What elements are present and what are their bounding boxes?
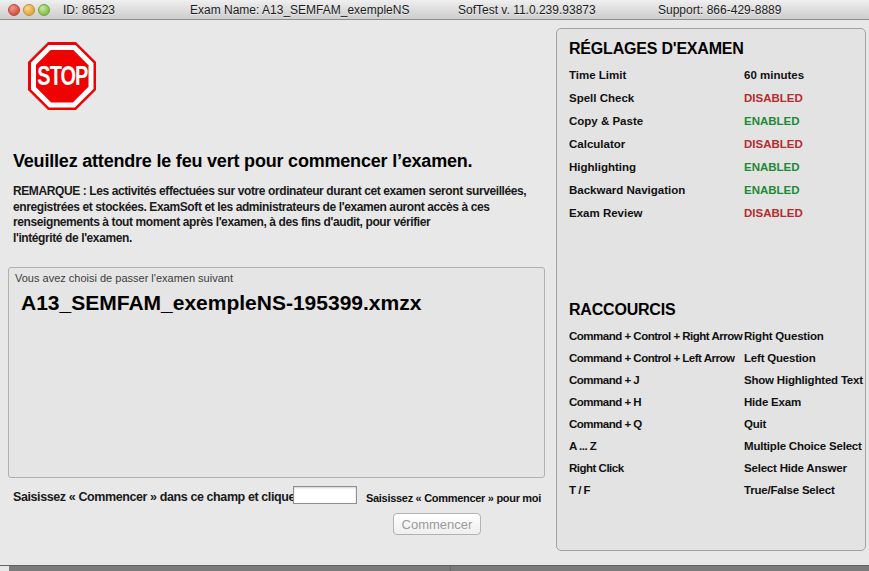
setting-value: ENABLED (744, 161, 800, 173)
setting-value: DISABLED (744, 138, 803, 150)
stop-sign-text: STOP (37, 60, 87, 91)
shortcut-action: Hide Exam (744, 396, 801, 408)
commencer-button[interactable]: Commencer (393, 513, 481, 535)
shortcut-row: Command + H Hide Exam (569, 396, 861, 418)
shortcut-row: Right Click Select Hide Answer (569, 462, 861, 484)
setting-label: Calculator (569, 138, 744, 150)
chosen-exam-box: Vous avez choisi de passer l'examen suiv… (8, 267, 545, 478)
type-for-me-link[interactable]: Saisissez « Commencer » pour moi (366, 492, 541, 504)
shortcuts-list: Command + Control + Right Arrow Right Qu… (569, 330, 861, 506)
exam-id-label: ID: 86523 (63, 3, 115, 17)
shortcut-keys: Command + H (569, 396, 744, 408)
shortcut-row: Command + Q Quit (569, 418, 861, 440)
setting-value: DISABLED (744, 207, 803, 219)
close-icon[interactable] (8, 4, 20, 16)
setting-label: Exam Review (569, 207, 744, 219)
settings-list: Time Limit 60 minutes Spell Check DISABL… (569, 69, 861, 230)
exam-file-name: A13_SEMFAM_exempleNS-195399.xmzx (21, 291, 421, 315)
shortcut-action: Right Question (744, 330, 824, 342)
monitoring-notice: REMARQUE : Les activités effectuées sur … (13, 184, 526, 246)
support-label: Support: 866-429-8889 (658, 3, 781, 17)
shortcut-row: T / F True/False Select (569, 484, 861, 506)
setting-label: Backward Navigation (569, 184, 744, 196)
setting-label: Time Limit (569, 69, 744, 81)
shortcut-action: Show Highlighted Text (744, 374, 863, 386)
exam-settings-panel: RÉGLAGES D'EXAMEN Time Limit 60 minutes … (556, 28, 866, 551)
shortcut-keys: T / F (569, 484, 744, 496)
stop-sign-icon: STOP (28, 42, 96, 110)
shortcut-keys: Command + Control + Left Arrow (569, 352, 744, 364)
setting-value: DISABLED (744, 92, 803, 104)
minimize-icon[interactable] (23, 4, 35, 16)
shortcut-keys: Right Click (569, 462, 744, 474)
bottom-scrollbar[interactable] (0, 565, 869, 571)
softest-window: ID: 86523 Exam Name: A13_SEMFAM_exempleN… (0, 0, 869, 571)
setting-row: Spell Check DISABLED (569, 92, 861, 115)
setting-value: ENABLED (744, 184, 800, 196)
shortcut-keys: Command + Q (569, 418, 744, 430)
setting-label: Copy & Paste (569, 115, 744, 127)
bottom-scrollbar-divider (450, 566, 451, 571)
stop-sign-core: STOP (36, 50, 89, 103)
setting-value: ENABLED (744, 115, 800, 127)
shortcut-row: Command + Control + Left Arrow Left Ques… (569, 352, 861, 374)
wait-heading: Veuillez attendre le feu vert pour comme… (13, 151, 472, 172)
shortcut-row: A ... Z Multiple Choice Select (569, 440, 861, 462)
setting-row: Copy & Paste ENABLED (569, 115, 861, 138)
exam-name-label: Exam Name: A13_SEMFAM_exempleNS (190, 3, 409, 17)
shortcut-action: True/False Select (744, 484, 835, 496)
setting-row: Time Limit 60 minutes (569, 69, 861, 92)
setting-label: Highlighting (569, 161, 744, 173)
shortcut-row: Command + Control + Right Arrow Right Qu… (569, 330, 861, 352)
notice-line: enregistrées et stockées. ExamSoft et le… (13, 200, 526, 216)
shortcut-action: Left Question (744, 352, 816, 364)
zoom-icon[interactable] (38, 4, 50, 16)
notice-line: REMARQUE : Les activités effectuées sur … (13, 184, 526, 200)
titlebar: ID: 86523 Exam Name: A13_SEMFAM_exempleN… (0, 0, 869, 20)
setting-label: Spell Check (569, 92, 744, 104)
shortcut-keys: Command + Control + Right Arrow (569, 330, 744, 342)
chosen-exam-label: Vous avez choisi de passer l'examen suiv… (15, 272, 233, 284)
setting-row: Backward Navigation ENABLED (569, 184, 861, 207)
version-label: SofTest v. 11.0.239.93873 (458, 3, 596, 17)
shortcut-action: Select Hide Answer (744, 462, 847, 474)
shortcut-keys: Command + J (569, 374, 744, 386)
shortcut-keys: A ... Z (569, 440, 744, 452)
setting-value: 60 minutes (744, 69, 804, 81)
bottom-scrollbar-notch (0, 566, 9, 571)
settings-title: RÉGLAGES D'EXAMEN (569, 40, 744, 58)
shortcuts-title: RACCOURCIS (569, 301, 675, 319)
setting-row: Exam Review DISABLED (569, 207, 861, 230)
notice-line: l'intégrité de l'examen. (13, 231, 526, 247)
commencer-input[interactable] (293, 486, 357, 504)
start-instruction: Saisissez « Commencer » dans ce champ et… (13, 490, 301, 504)
stop-sign-ring: STOP (31, 45, 94, 108)
notice-line: renseignements à tout moment après l'exa… (13, 215, 526, 231)
shortcut-action: Multiple Choice Select (744, 440, 862, 452)
shortcut-row: Command + J Show Highlighted Text (569, 374, 861, 396)
setting-row: Calculator DISABLED (569, 138, 861, 161)
setting-row: Highlighting ENABLED (569, 161, 861, 184)
shortcut-action: Quit (744, 418, 766, 430)
